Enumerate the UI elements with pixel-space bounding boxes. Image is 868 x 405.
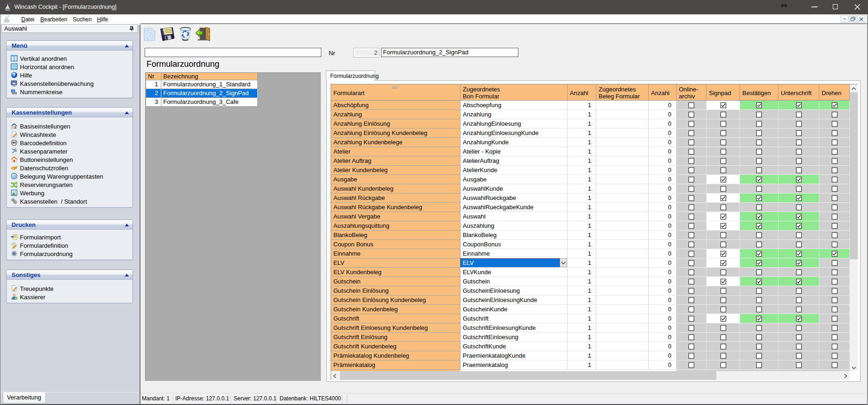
svg-text:?: ? [13,72,15,77]
svg-text:€: € [15,297,17,300]
